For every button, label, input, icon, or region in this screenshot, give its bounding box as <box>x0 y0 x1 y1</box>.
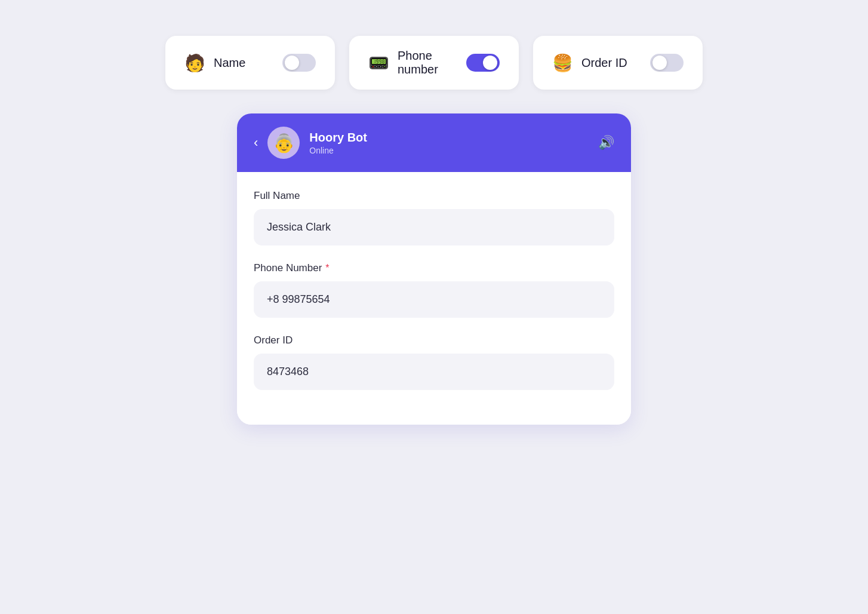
name-label: Name <box>214 56 274 70</box>
order-id-label: Order ID <box>254 334 614 346</box>
full-name-input[interactable] <box>254 209 614 245</box>
bot-info: Hoory Bot Online <box>309 131 589 155</box>
name-toggle[interactable] <box>282 54 316 72</box>
phone-number-field-group: Phone Number * <box>254 262 614 318</box>
name-toggle-knob <box>285 56 299 70</box>
toggle-row: 🧑 Name 📟 Phone number 🍔 Order ID <box>165 36 703 90</box>
order-label: Order ID <box>581 56 642 70</box>
sound-icon[interactable]: 🔊 <box>598 135 614 151</box>
chat-header: ‹ 👵 Hoory Bot Online 🔊 <box>237 113 631 172</box>
bot-avatar: 👵 <box>267 127 300 159</box>
phone-label: Phone number <box>398 49 458 76</box>
order-toggle[interactable] <box>650 54 684 72</box>
order-id-input[interactable] <box>254 354 614 390</box>
phone-emoji: 📟 <box>368 53 389 73</box>
name-emoji: 🧑 <box>184 53 205 73</box>
bot-status: Online <box>309 146 589 155</box>
bot-name: Hoory Bot <box>309 131 589 145</box>
full-name-field-group: Full Name <box>254 190 614 245</box>
order-id-field-group: Order ID <box>254 334 614 390</box>
phone-toggle[interactable] <box>466 54 500 72</box>
chat-form-body: Full Name Phone Number * Order ID <box>237 172 631 425</box>
bot-avatar-emoji: 👵 <box>273 133 295 154</box>
phone-toggle-knob <box>483 56 497 70</box>
order-toggle-knob <box>652 56 667 70</box>
toggle-card-phone: 📟 Phone number <box>349 36 519 90</box>
chat-widget: ‹ 👵 Hoory Bot Online 🔊 Full Name Phone N… <box>237 113 631 425</box>
phone-number-label: Phone Number * <box>254 262 614 274</box>
full-name-label: Full Name <box>254 190 614 202</box>
toggle-card-order: 🍔 Order ID <box>533 36 703 90</box>
phone-required-asterisk: * <box>325 263 329 274</box>
phone-number-input[interactable] <box>254 281 614 318</box>
order-emoji: 🍔 <box>552 53 573 73</box>
toggle-card-name: 🧑 Name <box>165 36 335 90</box>
back-button[interactable]: ‹ <box>254 135 258 151</box>
